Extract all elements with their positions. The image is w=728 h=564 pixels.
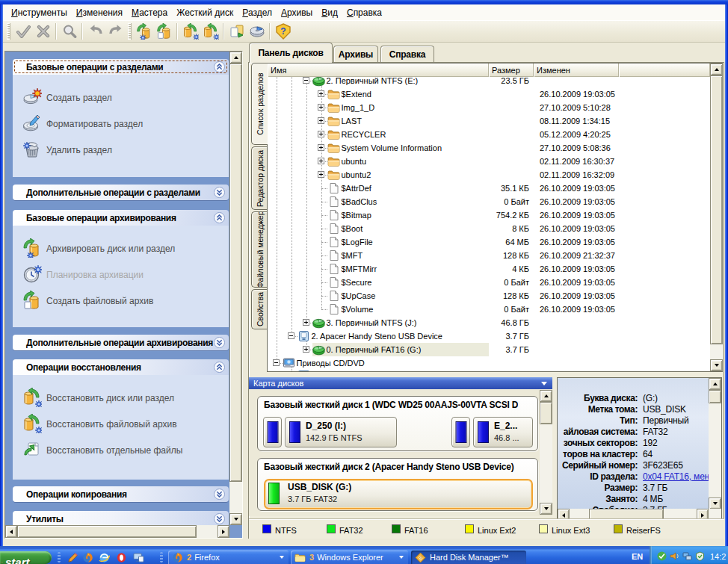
- sidebar-panel-header[interactable]: Операции восстановления: [13, 359, 229, 375]
- archive-files-button[interactable]: [154, 22, 174, 41]
- expand-plus-box[interactable]: [318, 144, 324, 151]
- sidebar-item[interactable]: Создать файловый архив: [13, 290, 229, 312]
- column-header-Имя[interactable]: Имя: [268, 63, 489, 77]
- tray-update-icon[interactable]: [657, 551, 667, 561]
- expand-plus-box[interactable]: [318, 117, 324, 124]
- archive-disk-button[interactable]: [134, 22, 154, 41]
- taskbar-button-firefox[interactable]: 2Firefox: [168, 551, 289, 564]
- menu-вид[interactable]: Вид: [317, 6, 342, 19]
- tree-row[interactable]: $MFTMirr4 КБ26.10.2009 19:03:05: [268, 262, 710, 276]
- collapse-minus-box[interactable]: [303, 77, 309, 84]
- menu-архивы[interactable]: Архивы: [277, 6, 317, 19]
- sidebar-item[interactable]: Форматировать раздел: [13, 113, 229, 135]
- sidebar-item[interactable]: Архивировать диск или раздел: [13, 238, 229, 260]
- side-tab-3[interactable]: Свойства: [251, 289, 268, 329]
- quick-firefox-icon[interactable]: [82, 552, 93, 563]
- sidebar-hscroll-thumb[interactable]: [17, 525, 197, 538]
- expand-plus-box[interactable]: [303, 346, 309, 353]
- sidebar-vertical-scrollbar[interactable]: [229, 52, 242, 525]
- sidebar-panel-header[interactable]: Дополнительные операции архивирования: [13, 335, 229, 350]
- quick-opera-icon[interactable]: [116, 552, 127, 563]
- restore-disk-button[interactable]: [180, 22, 200, 41]
- sidebar-panel-header[interactable]: Базовые операции с разделами: [13, 59, 229, 75]
- collapse-chevron-icon[interactable]: [214, 362, 225, 373]
- menu-мастера[interactable]: Мастера: [127, 6, 172, 19]
- tree-row[interactable]: $AttrDef35.1 КБ26.10.2009 19:03:05: [268, 182, 710, 195]
- sidebar-item[interactable]: Планировка архивации: [13, 264, 229, 286]
- sidebar-item[interactable]: Создать раздел: [13, 87, 229, 109]
- tree-row[interactable]: Приводы CD/DVD: [268, 356, 710, 370]
- sidebar-hscroll-right-button[interactable]: [218, 525, 229, 538]
- tree-row[interactable]: System Volume Information27.10.2009 5:08…: [268, 141, 710, 155]
- quick-desktop-icon[interactable]: [133, 552, 144, 563]
- tray-shield-icon[interactable]: [695, 551, 705, 561]
- taskbar-button-hard-disk-manager-[interactable]: Hard Disk Manager™: [411, 551, 526, 564]
- undo-button[interactable]: [85, 22, 105, 41]
- tree-row[interactable]: $MFT128 КБ26.10.2009 21:32:37: [268, 249, 710, 262]
- tree-row[interactable]: [268, 370, 710, 371]
- props-vscroll-up-button[interactable]: [709, 378, 721, 390]
- tray-volume-icon[interactable]: [670, 551, 679, 561]
- help-button[interactable]: ?: [273, 22, 293, 41]
- collapse-minus-box[interactable]: [273, 359, 280, 366]
- tree-row[interactable]: $Bitmap754.2 КБ26.10.2009 19:03:05: [268, 208, 710, 222]
- props-vscroll-thumb[interactable]: [709, 390, 721, 403]
- disk-map-header[interactable]: Карта дисков: [249, 377, 552, 389]
- tree-row[interactable]: 2. Apacer Handy Steno USB Device3.7 ГБ: [268, 329, 710, 343]
- map-vscroll-up-button[interactable]: [540, 390, 552, 402]
- expand-chevron-icon[interactable]: [214, 513, 225, 524]
- menu-инструменты[interactable]: Инструменты: [7, 6, 72, 19]
- discard-x-button[interactable]: [33, 22, 53, 41]
- tab-disk-panel[interactable]: Панель дисков: [249, 43, 333, 63]
- menu-жесткий-диск[interactable]: Жесткий диск: [172, 6, 238, 19]
- sidebar-item[interactable]: Восстановить диск или раздел: [13, 387, 229, 409]
- props-vscroll-down-button[interactable]: [709, 498, 721, 509]
- tree-vscroll-up-button[interactable]: [710, 63, 723, 75]
- copy-partition-button[interactable]: [226, 22, 247, 41]
- partition-block-d-250-i-[interactable]: D_250 (I:)142.9 ГБ NTFS: [285, 417, 397, 447]
- sidebar-vscroll-thumb[interactable]: [229, 63, 242, 482]
- tree-row[interactable]: $Secure0 Байт26.10.2009 19:03:05: [268, 276, 710, 289]
- expand-plus-box[interactable]: [318, 131, 324, 137]
- tree-row[interactable]: $Boot8 КБ26.10.2009 19:03:05: [268, 222, 710, 235]
- start-button[interactable]: start: [0, 551, 52, 564]
- collapse-chevron-icon[interactable]: [214, 212, 225, 223]
- partition-block[interactable]: [451, 417, 470, 447]
- sidebar-panel-header[interactable]: Операции копирования: [13, 486, 229, 502]
- tree-row[interactable]: 2. Первичный NTFS (E:)23.5 ГБ: [268, 77, 710, 87]
- sidebar-panel-header[interactable]: Дополнительные операции с разделами: [13, 185, 229, 200]
- expand-chevron-icon[interactable]: [214, 187, 225, 198]
- view-changes-button[interactable]: [59, 22, 79, 41]
- task-group-dropdown-icon[interactable]: [399, 556, 404, 559]
- restore-files-button[interactable]: [200, 22, 220, 41]
- tree-row[interactable]: 3. Первичный NTFS (J:)46.8 ГБ: [268, 316, 710, 329]
- apply-check-button[interactable]: [13, 22, 33, 41]
- collapse-chevron-icon[interactable]: [214, 61, 225, 72]
- sidebar-vscroll-down-button[interactable]: [229, 513, 242, 525]
- tab-help[interactable]: Справка: [380, 46, 434, 63]
- tree-row[interactable]: $BadClus0 Байт26.10.2009 19:03:05: [268, 195, 710, 208]
- tree-row[interactable]: $UpCase128 КБ26.10.2009 19:03:05: [268, 289, 710, 303]
- tab-archives[interactable]: Архивы: [333, 46, 378, 63]
- quick-ie-icon[interactable]: [99, 552, 110, 563]
- tree-row[interactable]: LAST08.11.2009 1:34:15: [268, 114, 710, 128]
- taskbar-button-windows-explorer[interactable]: 3Windows Explorer: [291, 551, 408, 564]
- tree-row[interactable]: $Volume0 Байт26.10.2009 19:03:05: [268, 303, 710, 316]
- partition-block-usb-disk-g-[interactable]: USB_DISK (G:)3.7 ГБ FAT32: [264, 479, 533, 509]
- column-header-Изменен[interactable]: Изменен: [534, 63, 619, 77]
- sidebar-horizontal-scrollbar[interactable]: [5, 525, 229, 538]
- tree-vscroll-down-button[interactable]: [710, 359, 723, 371]
- tree-row[interactable]: 0. Первичный FAT16 (G:)3.7 ГБ: [268, 343, 710, 356]
- side-tab-0[interactable]: Список разделов: [251, 63, 268, 145]
- tree-row[interactable]: RECYCLER05.12.2009 4:20:25: [268, 128, 710, 141]
- tree-row[interactable]: $Extend26.10.2009 19:03:05: [268, 87, 710, 101]
- sidebar-item[interactable]: Восстановить отдельные файлы: [13, 439, 229, 462]
- tree-row[interactable]: $LogFile64 МБ26.10.2009 19:03:05: [268, 235, 710, 249]
- language-indicator[interactable]: EN: [632, 552, 643, 561]
- column-header-Размер[interactable]: Размер: [489, 63, 534, 77]
- task-group-dropdown-icon[interactable]: [280, 556, 284, 559]
- side-tab-2[interactable]: Файловый менеджер: [251, 211, 268, 288]
- sidebar-panel-header[interactable]: Базовые операции архивирования: [13, 210, 229, 226]
- tray-network-icon[interactable]: [682, 551, 692, 561]
- sidebar-item[interactable]: Восстановить файловый архив: [13, 413, 229, 436]
